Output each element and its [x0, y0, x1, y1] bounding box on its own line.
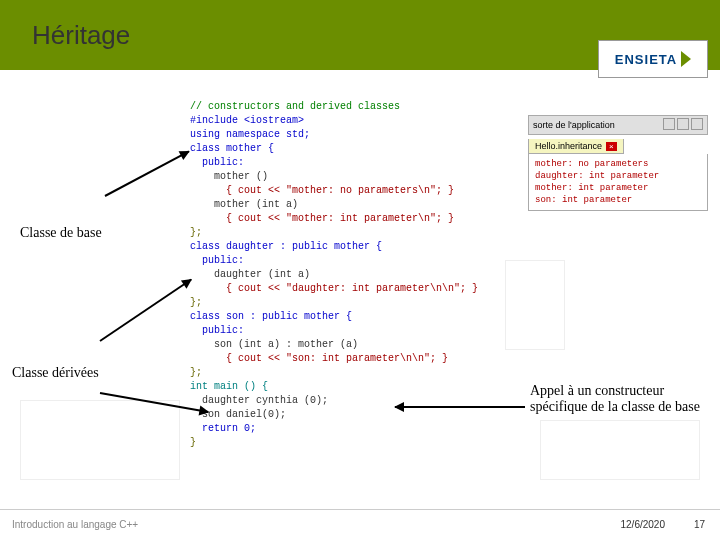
terminal-window: sorte de l'application Hello.inheritance…: [528, 115, 708, 211]
logo-triangle-icon: [681, 51, 691, 67]
arrow-icon: [105, 151, 190, 197]
code-line: class mother {: [190, 142, 520, 156]
code-line: mother (): [190, 170, 520, 184]
footer-divider: [0, 509, 720, 510]
window-icon: [691, 118, 703, 130]
code-line: daughter (int a): [190, 268, 520, 282]
window-icon: [663, 118, 675, 130]
close-icon: ×: [606, 142, 617, 151]
code-line: return 0;: [190, 422, 520, 436]
code-line: };: [190, 366, 520, 380]
window-icon: [677, 118, 689, 130]
annotation-derived-classes: Classe dérivées: [12, 365, 152, 381]
arrow-icon: [99, 279, 191, 342]
footer-date: 12/6/2020: [621, 519, 666, 530]
terminal-line: mother: int parameter: [535, 182, 701, 194]
terminal-tab-label: Hello.inheritance: [535, 141, 602, 151]
code-line: son (int a) : mother (a): [190, 338, 520, 352]
code-line: public:: [190, 324, 520, 338]
code-line: class son : public mother {: [190, 310, 520, 324]
footer-page-number: 17: [694, 519, 705, 530]
terminal-title-text: sorte de l'application: [533, 120, 615, 130]
code-line: };: [190, 226, 520, 240]
annotation-constructor-call: Appel à un constructeur spécifique de la…: [530, 383, 710, 415]
code-line: };: [190, 296, 520, 310]
code-line: #include <iostream>: [190, 114, 520, 128]
code-line: public:: [190, 254, 520, 268]
decorative-rect: [20, 400, 180, 480]
code-line: }: [190, 436, 520, 450]
slide-title: Héritage: [32, 20, 130, 51]
arrow-icon: [395, 406, 525, 408]
code-line: { cout << "mother: int parameter\n"; }: [190, 212, 520, 226]
code-line: int main () {: [190, 380, 520, 394]
terminal-tab: Hello.inheritance×: [528, 139, 624, 154]
annotation-base-class: Classe de base: [20, 225, 160, 241]
logo: ENSIETA: [598, 40, 708, 78]
code-line: { cout << "daughter: int parameter\n\n";…: [190, 282, 520, 296]
decorative-rect: [540, 420, 700, 480]
code-line: class daughter : public mother {: [190, 240, 520, 254]
footer-subtitle: Introduction au langage C++: [12, 519, 138, 530]
code-line: { cout << "son: int parameter\n\n"; }: [190, 352, 520, 366]
terminal-titlebar: sorte de l'application: [528, 115, 708, 135]
code-line: public:: [190, 156, 520, 170]
code-line: using namespace std;: [190, 128, 520, 142]
code-line: mother (int a): [190, 198, 520, 212]
code-line: son daniel(0);: [190, 408, 520, 422]
terminal-output: mother: no parameters daughter: int para…: [528, 154, 708, 211]
code-listing: // constructors and derived classes #inc…: [190, 100, 520, 450]
terminal-line: daughter: int parameter: [535, 170, 701, 182]
code-line: // constructors and derived classes: [190, 100, 520, 114]
terminal-line: son: int parameter: [535, 194, 701, 206]
logo-text: ENSIETA: [615, 52, 677, 67]
terminal-title-icons: [661, 118, 703, 132]
code-line: { cout << "mother: no parameters\n"; }: [190, 184, 520, 198]
terminal-line: mother: no parameters: [535, 158, 701, 170]
